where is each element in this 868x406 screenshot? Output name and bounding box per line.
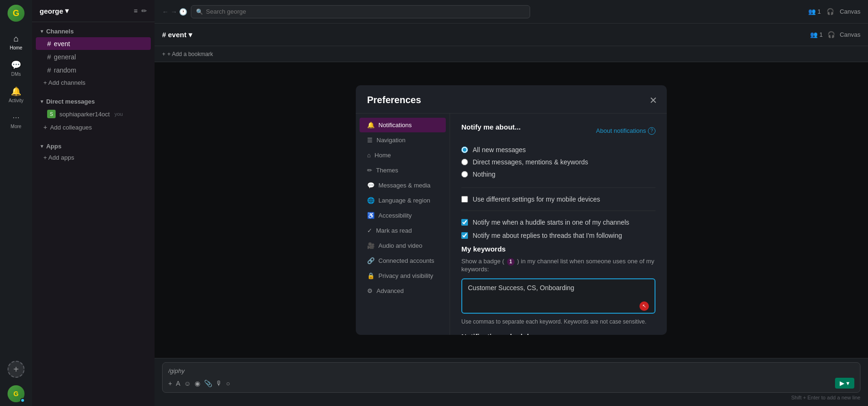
radio-nothing[interactable]: Nothing	[461, 171, 655, 178]
add-bookmark-button[interactable]: + + Add a bookmark	[162, 51, 213, 57]
message-input-container: + A ☺ ◉ 📎 🎙 ○ ▶ ▾	[162, 362, 860, 393]
dm-section-header[interactable]: ▼ Direct messages	[32, 96, 155, 107]
plus-toolbar-icon[interactable]: +	[168, 380, 172, 387]
divider-1	[461, 187, 655, 188]
channel-item-general[interactable]: # general	[36, 50, 151, 63]
sidebar-item-dms[interactable]: 💬 DMs	[4, 56, 28, 81]
radio-all-messages[interactable]: All new messages	[461, 146, 655, 154]
font-toolbar-icon[interactable]: A	[176, 380, 180, 387]
members-icon[interactable]: 👥 1	[810, 31, 823, 38]
keywords-section: My keywords Show a badge ( 1 ) in my cha…	[461, 245, 655, 325]
huddle-button[interactable]: 🎧	[827, 8, 834, 15]
activity-icon: 🔔	[11, 86, 21, 97]
apps-section-label: Apps	[46, 143, 62, 150]
radio-nothing-input[interactable]	[461, 171, 468, 178]
add-workspace-button[interactable]: +	[8, 361, 25, 378]
clip-toolbar-icon[interactable]: 📎	[204, 380, 212, 387]
modal-header: Preferences ✕	[356, 85, 667, 114]
dm-username-sophia: sophiaparker14oct	[59, 111, 110, 118]
message-area: Preferences ✕ 🔔 Notifications ☰ Navigati…	[155, 62, 868, 358]
modal-nav-connected[interactable]: 🔗 Connected accounts	[360, 253, 446, 268]
search-input[interactable]	[206, 8, 525, 15]
search-bar[interactable]: 🔍	[191, 5, 530, 18]
user-avatar[interactable]: G	[8, 385, 25, 402]
channel-name-event: event	[54, 40, 70, 48]
workspace-logo[interactable]: G	[8, 5, 25, 22]
channel-item-random[interactable]: # random	[36, 64, 151, 76]
keywords-textarea[interactable]: Customer Success, CS, Onboarding	[461, 278, 655, 314]
add-channels-button[interactable]: + Add channels	[32, 77, 155, 89]
mention-toolbar-icon[interactable]: ◉	[195, 380, 200, 387]
apps-section-header[interactable]: ▼ Apps	[32, 141, 155, 152]
mobile-settings-checkbox[interactable]	[461, 196, 468, 203]
modal-nav-home[interactable]: ⌂ Home	[360, 148, 446, 162]
language-icon: 🌐	[367, 197, 375, 204]
dm-you-badge: you	[115, 111, 123, 117]
more-toolbar-icon[interactable]: ○	[226, 380, 230, 387]
sidebar-item-activity[interactable]: 🔔 Activity	[4, 82, 28, 107]
about-notifications-link[interactable]: About notifications ?	[596, 127, 655, 135]
compose-icon[interactable]: ✏	[141, 7, 147, 15]
radio-dm-mentions-input[interactable]	[461, 159, 468, 165]
modal-nav-language[interactable]: 🌐 Language & region	[360, 193, 446, 208]
channels-section-label: Channels	[46, 28, 74, 35]
replies-checkbox[interactable]	[461, 232, 468, 239]
channel-title[interactable]: # event ▾	[162, 31, 192, 39]
modal-nav-language-label: Language & region	[378, 197, 430, 204]
channel-item-event[interactable]: # event	[36, 37, 151, 50]
canvas-channel-button[interactable]: Canvas	[840, 31, 860, 38]
workspace-name[interactable]: george ▾	[40, 7, 69, 15]
modal-nav-navigation[interactable]: ☰ Navigation	[360, 133, 446, 147]
modal-nav-accessibility[interactable]: ♿ Accessibility	[360, 208, 446, 223]
message-input[interactable]	[168, 367, 854, 374]
about-notifications-label: About notifications	[596, 127, 646, 134]
canvas-button[interactable]: Canvas	[840, 8, 860, 15]
modal-nav-audio-video-label: Audio and video	[378, 242, 422, 249]
history-button[interactable]: 🕐	[179, 8, 187, 16]
send-button[interactable]: ▶ ▾	[835, 378, 854, 389]
modal-nav-audio-video[interactable]: 🎥 Audio and video	[360, 238, 446, 253]
modal-nav-notifications[interactable]: 🔔 Notifications	[360, 118, 446, 132]
modal-nav-mark-as-read[interactable]: ✓ Mark as read	[360, 223, 446, 238]
modal-overlay: Preferences ✕ 🔔 Notifications ☰ Navigati…	[155, 62, 868, 358]
emoji-toolbar-icon[interactable]: ☺	[184, 380, 191, 387]
hash-icon: #	[47, 40, 51, 48]
privacy-icon: 🔒	[367, 272, 375, 279]
home-icon: ⌂	[14, 34, 19, 44]
add-apps-label: + Add apps	[43, 154, 74, 161]
people-count[interactable]: 👥 1	[808, 8, 821, 15]
dm-user-sophia[interactable]: S sophiaparker14oct you	[36, 107, 151, 121]
channels-section-header[interactable]: ▼ Channels	[32, 26, 155, 37]
modal-nav-messages[interactable]: 💬 Messages & media	[360, 178, 446, 193]
notification-schedule-section: Notification schedule You'll only receiv…	[461, 333, 655, 335]
modal-nav-navigation-label: Navigation	[377, 137, 405, 144]
radio-dm-mentions[interactable]: Direct messages, mentions & keywords	[461, 158, 655, 166]
sidebar-item-more[interactable]: ··· More	[4, 109, 28, 133]
modal-close-button[interactable]: ✕	[647, 93, 659, 108]
back-button[interactable]: ←	[162, 8, 169, 16]
sidebar-item-home[interactable]: ⌂ Home	[4, 30, 28, 54]
dm-toggle-icon: ▼	[40, 99, 44, 104]
add-apps-button[interactable]: + Add apps	[32, 152, 155, 163]
keyword-badge: 1	[507, 258, 515, 266]
modal-nav-mark-read-label: Mark as read	[376, 227, 412, 234]
modal-nav-themes-label: Themes	[376, 167, 398, 174]
mic-toolbar-icon[interactable]: 🎙	[216, 380, 222, 387]
huddle-channel-icon[interactable]: 🎧	[827, 31, 835, 38]
dm-section-label: Direct messages	[46, 98, 95, 105]
more-icon: ···	[12, 113, 19, 122]
modal-nav-themes[interactable]: ✏ Themes	[360, 163, 446, 178]
modal-nav-privacy[interactable]: 🔒 Privacy and visibility	[360, 268, 446, 283]
add-colleagues-button[interactable]: + Add colleagues	[32, 121, 155, 133]
huddle-checkbox[interactable]	[461, 219, 468, 226]
channel-name-random: random	[54, 66, 76, 74]
filter-icon[interactable]: ≡	[134, 7, 138, 15]
dms-icon: 💬	[11, 60, 21, 70]
channel-header: # event ▾ 👥 1 🎧 Canvas	[155, 24, 868, 46]
home-pref-icon: ⌂	[367, 152, 371, 159]
add-bookmark-label: + Add a bookmark	[167, 51, 213, 57]
radio-all-messages-input[interactable]	[461, 146, 468, 153]
modal-nav-advanced[interactable]: ⚙ Advanced	[360, 284, 446, 298]
divider-2	[461, 211, 655, 211]
forward-button[interactable]: →	[171, 8, 177, 16]
